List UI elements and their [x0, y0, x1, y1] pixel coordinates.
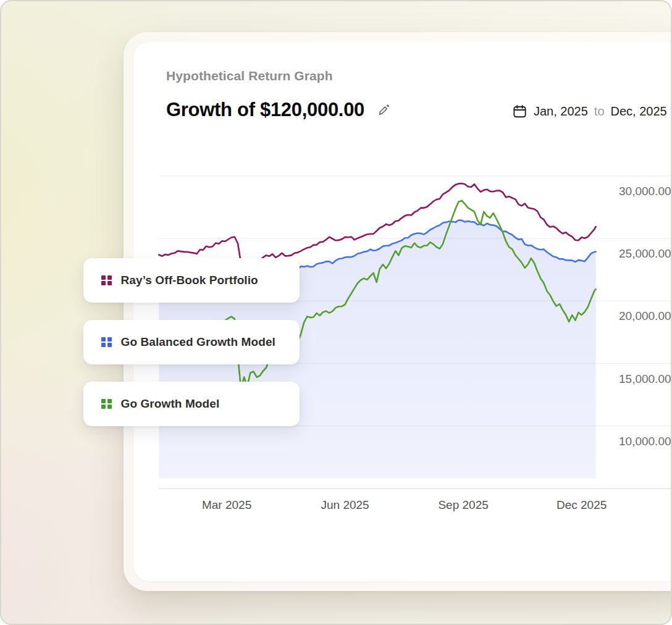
x-axis-label: Mar 2025 — [202, 498, 251, 511]
series-swatch-icon — [101, 275, 112, 286]
y-axis-label: 25,000.00 — [619, 247, 671, 260]
return-chart[interactable]: 30,000.0025,000.0020,000.0015,000.0010,0… — [1, 1, 672, 625]
legend-label: Go Balanced Growth Model — [121, 335, 275, 349]
legend-card-rays-off-book-portfolio[interactable]: Ray’s Off-Book Portfolio — [83, 258, 300, 303]
x-axis-label: Dec 2025 — [556, 498, 607, 511]
legend-card-go-balanced-growth-model[interactable]: Go Balanced Growth Model — [83, 320, 300, 364]
x-axis-label: Jun 2025 — [321, 498, 369, 511]
y-axis-label: 20,000.00 — [619, 309, 671, 322]
series-swatch-icon — [101, 337, 112, 348]
x-axis-label: Sep 2025 — [438, 498, 488, 511]
legend-label: Ray’s Off-Book Portfolio — [121, 274, 258, 287]
y-axis-label: 30,000.00 — [619, 185, 671, 198]
series-swatch-icon — [101, 399, 112, 409]
y-axis-label: 15,000.00 — [619, 372, 671, 385]
y-axis-label: 10,000.00 — [619, 435, 671, 448]
app-viewport: Hypothetical Return Graph Growth of $120… — [0, 0, 672, 625]
legend-label: Go Growth Model — [121, 397, 220, 411]
legend-card-go-growth-model[interactable]: Go Growth Model — [83, 382, 300, 426]
